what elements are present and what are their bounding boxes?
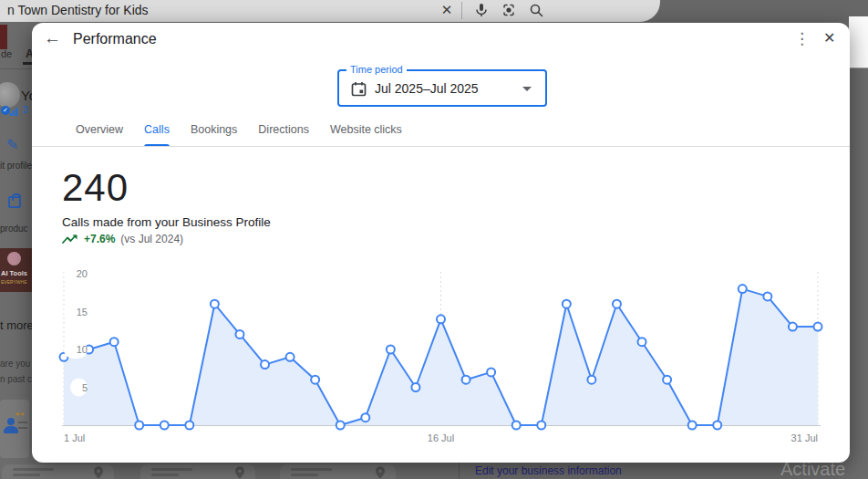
background-tab-fragment: de <box>1 48 12 59</box>
map-pin-icon <box>376 466 385 479</box>
close-button[interactable]: ✕ <box>823 29 835 47</box>
review-skeleton-card: ★★ <box>0 400 29 458</box>
metric-tabs: Overview Calls Bookings Directions Websi… <box>76 123 402 146</box>
tab-directions[interactable]: Directions <box>258 123 309 146</box>
time-period-select[interactable]: Time period Jul 2025–Jul 2025 <box>337 69 547 107</box>
location-skeleton-card <box>280 464 396 479</box>
search-query-text[interactable]: n Town Dentistry for Kids <box>7 3 149 17</box>
calls-line-chart[interactable]: 51015201 Jul16 Jul31 Jul <box>55 265 839 452</box>
verified-badge-icon: ✓ <box>1 106 10 115</box>
ai-badge-subtitle: EVERYWHE <box>1 279 27 285</box>
microphone-icon[interactable] <box>473 2 490 18</box>
clear-search-icon[interactable]: ✕ <box>439 2 455 18</box>
svg-text:5: 5 <box>82 382 88 393</box>
business-avatar <box>0 82 20 108</box>
time-period-value: Jul 2025–Jul 2025 <box>375 81 479 96</box>
divider <box>0 68 32 69</box>
map-pin-icon <box>235 466 244 479</box>
stars-icon: ★★ <box>15 411 25 418</box>
calls-total-description: Calls made from your Business Profile <box>62 215 271 229</box>
tab-calls[interactable]: Calls <box>144 123 170 146</box>
rating-bars-icon <box>10 108 21 116</box>
dialog-title: Performance <box>73 31 157 47</box>
calls-total-value: 240 <box>62 166 129 210</box>
search-input[interactable]: n Town Dentistry for Kids ✕ <box>0 0 660 22</box>
back-button[interactable]: ← <box>44 28 61 48</box>
trend-comparison: (vs Jul 2024) <box>120 233 183 245</box>
trend-row: +7.6% (vs Jul 2024) <box>62 233 183 245</box>
tab-website-clicks[interactable]: Website clicks <box>330 123 402 146</box>
person-icon <box>7 418 15 425</box>
edit-pencil-icon: ✎ <box>6 136 18 153</box>
location-skeleton-card <box>140 464 255 479</box>
location-skeleton-card <box>2 464 114 479</box>
products-bag-icon <box>8 196 21 208</box>
svg-text:31 Jul: 31 Jul <box>791 432 818 443</box>
ai-tools-ad-badge: AI Tools EVERYWHE <box>0 248 32 292</box>
edit-products-label-fragment: produc <box>0 224 28 234</box>
get-more-heading-fragment: t more <box>0 318 34 332</box>
person-icon <box>4 426 18 433</box>
time-period-label: Time period <box>346 64 407 75</box>
screen: n Town Dentistry for Kids ✕ de A ✓ Yo 3 … <box>0 0 868 479</box>
ai-badge-title: AI Tools <box>1 269 27 277</box>
chevron-down-icon <box>522 87 532 91</box>
background-text-fragment: are you <box>0 359 30 369</box>
divider <box>459 463 460 479</box>
svg-text:1 Jul: 1 Jul <box>64 432 85 443</box>
browser-top-bar: n Town Dentistry for Kids ✕ <box>0 0 868 23</box>
page-edge-strip <box>849 16 868 68</box>
svg-text:15: 15 <box>77 307 88 318</box>
edit-business-information-link[interactable]: Edit your business information <box>475 464 622 477</box>
trending-up-icon <box>62 234 78 245</box>
calendar-icon <box>351 81 367 100</box>
background-tab-underline <box>23 62 32 65</box>
search-icon[interactable] <box>528 2 544 18</box>
search-divider <box>461 2 462 19</box>
rating-count-fragment: 3 <box>23 105 28 115</box>
performance-dialog: ← Performance ⋮ ✕ Time period Jul 2025–J… <box>32 23 850 463</box>
edit-profile-label-fragment: it profile <box>0 161 32 171</box>
map-pin-fragment <box>0 25 7 49</box>
background-text-fragment: n past c <box>0 374 32 384</box>
tab-bookings[interactable]: Bookings <box>191 123 237 146</box>
trend-delta: +7.6% <box>84 233 115 245</box>
more-options-button[interactable]: ⋮ <box>794 29 810 48</box>
svg-text:20: 20 <box>77 268 88 279</box>
tab-overview[interactable]: Overview <box>76 123 123 146</box>
divider <box>32 146 850 147</box>
brain-icon <box>7 252 21 266</box>
svg-text:10: 10 <box>77 344 88 355</box>
google-lens-icon[interactable] <box>501 2 517 18</box>
svg-text:16 Jul: 16 Jul <box>428 432 454 443</box>
map-pin-icon <box>94 466 103 479</box>
